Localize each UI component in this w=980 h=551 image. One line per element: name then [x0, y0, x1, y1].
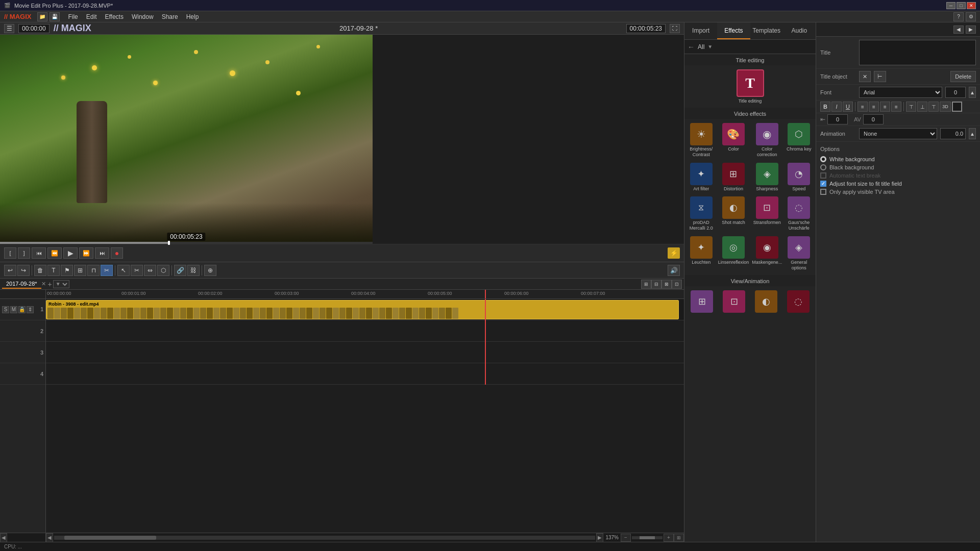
fit-btn[interactable]: ⊞ [674, 534, 684, 542]
solo-btn[interactable]: S [2, 306, 9, 313]
font-select[interactable]: Arial [859, 87, 942, 98]
timeline-scroll-left2[interactable]: ◀ [46, 533, 53, 542]
trim-btn[interactable]: ✂ [101, 265, 113, 276]
effect-prodad[interactable]: ⧖ proDADMercalli 2.0 [687, 194, 716, 233]
fmt-3d[interactable]: 3D [940, 102, 951, 112]
fmt-color[interactable] [952, 102, 962, 112]
tracking-value[interactable] [863, 114, 884, 124]
title-obj-pin-btn[interactable]: ⊢ [874, 71, 886, 82]
title-input-box[interactable] [859, 40, 976, 65]
toolbar-icon-1[interactable]: 📁 [37, 12, 47, 21]
timeline-view-1[interactable]: ⊞ [641, 280, 651, 289]
preview-seekbar[interactable] [0, 242, 373, 244]
delete-btn[interactable]: Delete [950, 71, 976, 82]
fmt-valign-bot[interactable]: ⊤ [928, 102, 939, 112]
effect-lens-flare[interactable]: ◎ Linsenreflexion [717, 234, 750, 273]
fmt-valign-top[interactable]: ⊤ [906, 102, 916, 112]
cut-btn[interactable]: ✂ [131, 265, 143, 276]
effect-brightness[interactable]: ☀ Brightness/Contrast [687, 121, 716, 160]
fmt-justify[interactable]: ≡ [891, 102, 901, 112]
link-btn[interactable]: 🔗 [174, 265, 186, 276]
prev-marker-btn[interactable]: ⏮ [32, 247, 46, 259]
effect-sharpness[interactable]: ◈ Sharpness [751, 161, 783, 194]
menu-help[interactable]: Help [182, 12, 203, 21]
playhead[interactable] [485, 290, 486, 298]
in-point-btn[interactable]: [ [4, 247, 16, 259]
out-point-btn[interactable]: ] [18, 247, 30, 259]
va-effect-1[interactable]: ⊞ [687, 288, 718, 315]
menu-file[interactable]: File [64, 12, 82, 21]
effect-art-filter[interactable]: ✦ Art filter [687, 161, 716, 194]
tab-import[interactable]: Import [684, 22, 717, 39]
white-bg-option[interactable]: White background [820, 155, 976, 163]
add-tab-btn[interactable]: + [48, 280, 52, 288]
help-icon-btn[interactable]: ? [953, 12, 964, 21]
visible-tv-option[interactable]: Only apply visible TV area [820, 188, 976, 196]
play-btn[interactable]: ▶ [63, 247, 78, 259]
menu-edit[interactable]: Edit [82, 12, 101, 21]
effect-general[interactable]: ◈ Generaloptions [784, 234, 814, 273]
mute-btn[interactable]: M [10, 306, 17, 313]
zoom-out-btn[interactable]: − [621, 534, 631, 542]
menu-effects[interactable]: Effects [101, 12, 127, 21]
timeline-tab[interactable]: 2017-09-28* [2, 280, 41, 289]
effects-back-btn[interactable]: ← [688, 43, 695, 51]
unlink-btn[interactable]: ⛓ [187, 265, 200, 276]
settings-icon-btn[interactable]: ⚙ [966, 12, 976, 21]
razor-btn[interactable]: ⬡ [157, 265, 169, 276]
effect-glow[interactable]: ✦ Leuchten [687, 234, 716, 273]
effect-mask[interactable]: ◉ Maskengene... [751, 234, 783, 273]
tab-effects[interactable]: Effects [717, 22, 750, 39]
font-size-up[interactable]: ▲ [969, 87, 976, 98]
fmt-align-right[interactable]: ≡ [880, 102, 890, 112]
toolbar-icon-2[interactable]: 💾 [50, 12, 60, 21]
effect-speed[interactable]: ◔ Speed [784, 161, 814, 194]
va-effect-2[interactable]: ⊡ [719, 288, 750, 315]
tab-templates[interactable]: Templates [750, 22, 783, 39]
kern-value[interactable] [827, 114, 848, 124]
timeline-scroll-left[interactable]: ◀ [0, 533, 7, 542]
anim-value-up[interactable]: ▲ [969, 128, 976, 139]
ripple-btn[interactable]: ⇔ [144, 265, 156, 276]
menu-share[interactable]: Share [158, 12, 182, 21]
timeline-view-4[interactable]: ⊡ [672, 280, 682, 289]
menu-toggle-btn[interactable]: ☰ [4, 24, 14, 33]
fmt-align-center[interactable]: ≡ [869, 102, 879, 112]
fmt-bold[interactable]: B [820, 102, 830, 112]
effect-chroma-key[interactable]: ⬡ Chroma key [784, 121, 814, 160]
props-nav-left[interactable]: ◀ [953, 26, 964, 34]
delete-btn[interactable]: 🗑 [34, 265, 46, 276]
redo-btn[interactable]: ↪ [17, 265, 30, 276]
fmt-align-left[interactable]: ≡ [857, 102, 868, 112]
prev-frame-btn[interactable]: ⏪ [47, 247, 62, 259]
black-bg-option[interactable]: Black background [820, 163, 976, 171]
timeline-view-2[interactable]: ⊟ [651, 280, 662, 289]
select-btn[interactable]: ↖ [117, 265, 130, 276]
group-btn[interactable]: ⊓ [87, 265, 100, 276]
timeline-scroll-right[interactable]: ▶ [596, 533, 603, 542]
minimize-button[interactable]: ─ [946, 2, 955, 9]
next-marker-btn[interactable]: ⏭ [95, 247, 109, 259]
auto-text-option[interactable]: Automatic text break [820, 171, 976, 180]
maximize-button[interactable]: □ [957, 2, 966, 9]
full-screen-btn[interactable]: ⛶ [670, 24, 680, 33]
timeline-scrollbar[interactable] [54, 536, 595, 540]
close-tab-btn[interactable]: ✕ [41, 281, 46, 287]
track-expand-btn[interactable]: ⇕ [27, 306, 34, 313]
adjust-font-option[interactable]: ✓ Adjust font size to fit title field [820, 180, 976, 188]
record-btn[interactable]: ● [111, 247, 123, 259]
fmt-underline[interactable]: U [843, 102, 853, 112]
zoom-in-btn[interactable]: + [664, 534, 674, 542]
splice-btn[interactable]: ⊕ [204, 265, 216, 276]
title-obj-x-btn[interactable]: ✕ [859, 71, 871, 82]
effect-blur[interactable]: ◌ Gaus'scheUnschärfe [784, 194, 814, 233]
undo-btn[interactable]: ↩ [4, 265, 16, 276]
animation-value-input[interactable] [940, 128, 966, 139]
effect-transform[interactable]: ⊡ Stransformen [751, 194, 783, 233]
title-editing-item[interactable]: T Title editing [737, 69, 764, 104]
menu-window[interactable]: Window [128, 12, 158, 21]
snap-btn[interactable]: ⊞ [74, 265, 86, 276]
lock-btn[interactable]: 🔒 [18, 306, 26, 313]
video-clip[interactable]: Robin - 3908 - edit.mp4 [46, 300, 679, 319]
effects-scroll-area[interactable]: Title editing T Title editing Video effe… [684, 54, 816, 542]
